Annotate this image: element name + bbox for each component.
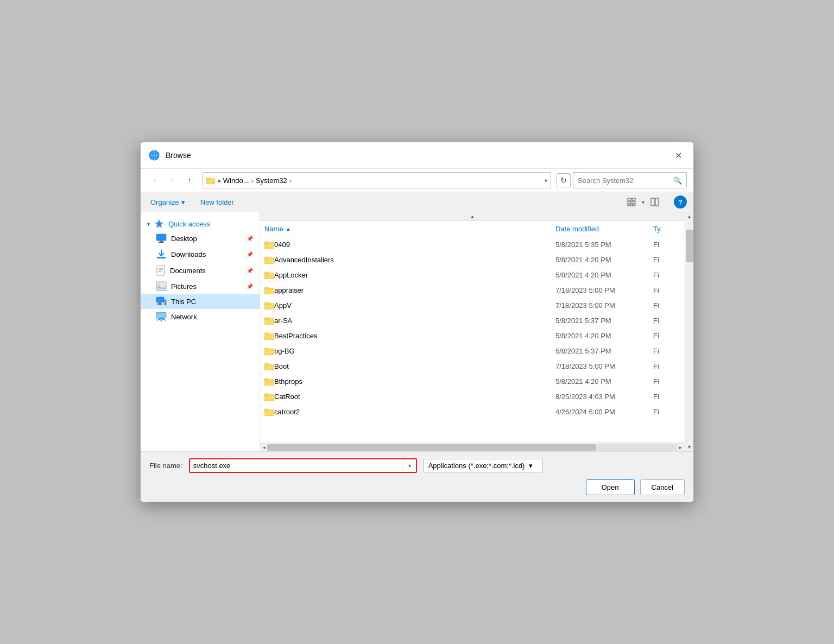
secondary-toolbar: Organize ▾ New folder ▾ [141, 192, 693, 212]
h-scrollbar-thumb[interactable] [267, 444, 596, 451]
folder-icon [264, 287, 274, 294]
col-name-header[interactable]: Name ▲ [264, 225, 555, 233]
scroll-up-area[interactable]: ▲ [260, 212, 685, 221]
grid-view-button[interactable] [624, 195, 639, 209]
search-input[interactable] [578, 176, 670, 185]
sidebar-item-pictures[interactable]: Pictures 📌 [141, 279, 260, 294]
file-name-label: File name: [149, 462, 182, 470]
refresh-icon: ↻ [560, 176, 567, 185]
file-row[interactable]: AppV 7/18/2023 5:00 PM Fi [260, 298, 685, 313]
svg-rect-51 [264, 363, 268, 365]
file-row[interactable]: ar-SA 5/8/2021 5:37 PM Fi [260, 313, 685, 329]
file-row[interactable]: bg-BG 5/8/2021 5:37 PM Fi [260, 344, 685, 359]
v-scroll-up-icon[interactable]: ▲ [685, 212, 693, 221]
file-type: Fi [653, 317, 680, 325]
quick-access-label: Quick access [168, 220, 210, 228]
h-scroll-right-icon[interactable]: ▸ [678, 445, 684, 450]
desktop-label: Desktop [171, 235, 197, 243]
file-type-select[interactable]: Applications (*.exe;*.com;*.icd) ▾ [424, 459, 543, 472]
forward-button[interactable]: › [165, 173, 180, 187]
browse-icon [148, 149, 160, 161]
svg-rect-9 [632, 201, 635, 204]
address-dropdown-icon[interactable]: ▾ [545, 178, 547, 184]
svg-rect-47 [264, 332, 268, 334]
file-name: appraiser [274, 286, 555, 294]
desktop-pin-icon: 📌 [247, 236, 253, 242]
file-row[interactable]: appraiser 7/18/2023 5:00 PM Fi [260, 283, 685, 298]
sidebar-item-desktop[interactable]: Desktop 📌 [141, 231, 260, 246]
v-scrollbar-thumb[interactable] [686, 230, 693, 262]
svg-rect-57 [264, 408, 268, 411]
folder-icon [264, 378, 274, 386]
file-row[interactable]: AppLocker 5/8/2021 4:20 PM Fi [260, 268, 685, 283]
quick-access-header[interactable]: ▾ Quick access [141, 217, 260, 231]
svg-rect-53 [264, 378, 268, 380]
organize-button[interactable]: Organize ▾ [147, 197, 188, 208]
sidebar-item-network[interactable]: Network [141, 309, 260, 324]
file-type: Fi [653, 301, 680, 310]
sidebar-item-this-pc[interactable]: This PC [141, 294, 260, 309]
file-date: 5/8/2021 4:20 PM [555, 271, 653, 279]
file-type: Fi [653, 377, 680, 386]
this-pc-icon [156, 296, 167, 306]
file-date: 5/8/2021 4:20 PM [555, 332, 653, 340]
file-name: Bthprops [274, 377, 555, 386]
panel-view-button[interactable] [648, 195, 662, 209]
svg-rect-5 [206, 178, 210, 179]
file-name: ar-SA [274, 317, 555, 325]
organize-dropdown-icon: ▾ [181, 198, 185, 206]
downloads-label: Downloads [171, 250, 206, 258]
new-folder-button[interactable]: New folder [197, 197, 237, 208]
file-row[interactable]: 0409 5/8/2021 5:35 PM Fi [260, 237, 685, 252]
pictures-pin-icon: 📌 [247, 283, 253, 289]
svg-rect-32 [156, 312, 166, 318]
file-list-container: ▲ Name ▲ Date modified Ty [260, 212, 685, 451]
close-button[interactable]: ✕ [671, 148, 686, 163]
file-name: BestPractices [274, 332, 555, 340]
up-button[interactable]: ↑ [182, 173, 197, 187]
svg-rect-30 [165, 301, 166, 302]
sidebar-item-documents[interactable]: Documents 📌 [141, 262, 260, 279]
svg-rect-17 [159, 242, 164, 243]
svg-rect-41 [264, 287, 268, 289]
file-date: 5/8/2021 4:20 PM [555, 256, 653, 264]
file-row[interactable]: catroot2 4/26/2024 6:00 PM Fi [260, 405, 685, 420]
file-row[interactable]: AdvancedInstallers 5/8/2021 4:20 PM Fi [260, 252, 685, 268]
file-row[interactable]: CatRoot 8/25/2023 4:03 PM Fi [260, 389, 685, 405]
folder-icon [264, 272, 274, 279]
search-icon: 🔍 [673, 176, 682, 185]
network-icon [156, 312, 167, 321]
address-bar[interactable]: « Windo... › System32 › ▾ [203, 172, 551, 188]
view-dropdown-button[interactable]: ▾ [640, 195, 647, 209]
folder-icon [264, 393, 274, 401]
h-scroll-left-icon[interactable]: ◂ [261, 445, 267, 450]
file-row[interactable]: BestPractices 5/8/2021 4:20 PM Fi [260, 329, 685, 344]
quick-access-icon [154, 219, 164, 229]
address-part2: System32 [256, 176, 287, 185]
col-date-header[interactable]: Date modified [555, 225, 653, 233]
vertical-scrollbar[interactable]: ▲ ▼ [685, 212, 693, 451]
svg-rect-7 [632, 198, 635, 200]
file-name-dropdown-button[interactable]: ▾ [403, 459, 416, 472]
file-row[interactable]: Boot 7/18/2023 5:00 PM Fi [260, 359, 685, 374]
back-button[interactable]: ‹ [147, 173, 162, 187]
col-type-header[interactable]: Ty [653, 225, 680, 233]
svg-rect-31 [165, 302, 166, 303]
v-scroll-down-icon[interactable]: ▼ [685, 443, 693, 451]
refresh-button[interactable]: ↻ [557, 173, 571, 187]
sidebar-item-downloads[interactable]: Downloads 📌 [141, 246, 260, 262]
help-button[interactable]: ? [674, 195, 687, 209]
dialog-title: Browse [166, 151, 665, 160]
downloads-icon [156, 249, 167, 260]
horizontal-scrollbar[interactable]: ◂ ▸ [260, 443, 685, 451]
search-bar[interactable]: 🔍 [573, 172, 687, 188]
cancel-button[interactable]: Cancel [640, 479, 685, 495]
svg-rect-45 [264, 317, 268, 319]
col-date-label: Date modified [555, 225, 599, 233]
file-name-dropdown-icon: ▾ [408, 463, 411, 469]
open-button[interactable]: Open [586, 479, 635, 495]
file-type: Fi [653, 332, 680, 340]
file-name-input[interactable] [190, 459, 403, 472]
file-row[interactable]: Bthprops 5/8/2021 4:20 PM Fi [260, 374, 685, 389]
file-name: AppLocker [274, 271, 555, 279]
